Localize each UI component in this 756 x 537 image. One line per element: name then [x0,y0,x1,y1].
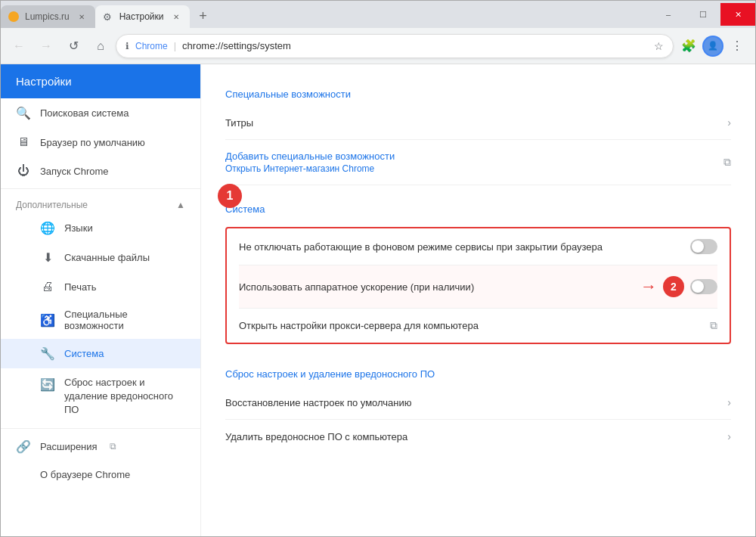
sidebar-item-print-label: Печать [64,281,97,293]
system-section-title: Система [225,197,731,221]
hardware-acceleration-toggle[interactable] [690,279,717,294]
restore-arrow-icon: › [727,396,731,408]
sidebar-item-accessibility-label: Специальные возможности [64,309,188,331]
sidebar-item-downloads-label: Скачанные файлы [64,252,150,263]
tab-lumpics[interactable]: Lumpics.ru ✕ [1,5,95,28]
tab-lumpics-close[interactable]: ✕ [76,11,88,23]
languages-icon: 🌐 [40,221,55,235]
sidebar-item-extensions[interactable]: 🔗 Расширения ⧉ [1,432,200,461]
profile-button[interactable]: 👤 [702,36,723,57]
settings-favicon: ⚙ [103,11,113,22]
close-button[interactable]: ✕ [720,3,755,26]
maximize-button[interactable]: ☐ [686,3,720,26]
background-services-label: Не отключать работающие в фоновом режиме… [239,241,690,253]
sidebar: Настройки 🔍 Поисковая система 🖥 Браузер … [1,64,201,536]
downloads-icon: ⬇ [40,250,55,265]
toggle-knob-2 [692,281,704,293]
tab-settings-close[interactable]: ✕ [170,11,182,23]
system-section-box: Не отключать работающие в фоновом режиме… [225,227,731,344]
sidebar-item-accessibility[interactable]: ♿ Специальные возможности [1,301,200,339]
title-bar: Lumpics.ru ✕ ⚙ Настройки ✕ + – ☐ ✕ [1,1,755,28]
advanced-chevron-icon[interactable]: ▲ [176,200,185,210]
proxy-settings-row[interactable]: Открыть настройки прокси-сервера для ком… [239,309,717,343]
main-content: Специальные возможности Титры › Добавить… [201,64,755,536]
hardware-acceleration-label: Использовать аппаратное ускорение (при н… [239,281,640,293]
print-icon: 🖨 [40,280,55,293]
sidebar-item-default-browser[interactable]: 🖥 Браузер по умолчанию [1,128,200,157]
minimize-button[interactable]: – [651,3,686,26]
sidebar-item-languages-label: Языки [64,222,93,234]
badge-2: 2 [663,276,684,297]
sidebar-item-search[interactable]: 🔍 Поисковая система [1,98,200,128]
badge-1: 1 [218,184,242,208]
sidebar-item-startup[interactable]: ⏻ Запуск Chrome [1,157,200,185]
system-icon: 🔧 [40,346,55,361]
sidebar-item-default-browser-label: Браузер по умолчанию [40,137,145,148]
sidebar-item-search-label: Поисковая система [40,107,129,119]
sidebar-item-about-label: О браузере Chrome [40,469,130,480]
hardware-acceleration-row[interactable]: Использовать аппаратное ускорение (при н… [239,265,717,309]
default-browser-icon: 🖥 [16,135,31,149]
sidebar-item-system-label: Система [64,348,104,359]
extension-icon[interactable]: 🧩 [677,34,701,58]
restore-defaults-label: Восстановление настроек по умолчанию [225,397,727,408]
browser-window: Lumpics.ru ✕ ⚙ Настройки ✕ + – ☐ ✕ ← → ↺… [0,0,756,537]
sidebar-item-about[interactable]: О браузере Chrome [1,461,200,488]
sidebar-divider-1 [1,188,200,189]
remove-malware-label: Удалить вредоносное ПО с компьютера [225,431,727,442]
sidebar-item-print[interactable]: 🖨 Печать [1,272,200,301]
avatar: 👤 [704,37,722,55]
add-special-ext-icon: ⧉ [723,156,731,169]
toggle-knob-1 [692,241,704,253]
settings-content: Специальные возможности Титры › Добавить… [201,64,755,465]
search-system-icon: 🔍 [16,106,31,120]
sidebar-nav: 🔍 Поисковая система 🖥 Браузер по умолчан… [1,98,200,536]
captions-row[interactable]: Титры › [225,106,731,140]
new-tab-button[interactable]: + [193,5,214,26]
remove-malware-arrow-icon: › [727,430,731,442]
captions-label: Титры [225,117,727,129]
reset-icon: 🔄 [40,377,55,392]
forward-button[interactable]: → [34,34,58,58]
system-section-container: 1 Система Не отключать работающие в фоно… [225,197,731,344]
extensions-icon: 🔗 [16,439,31,454]
tab-settings-title: Настройки [119,11,164,22]
lock-icon: ℹ [125,41,129,51]
menu-button[interactable]: ⋮ [725,34,749,58]
tab-settings[interactable]: ⚙ Настройки ✕ [95,5,190,28]
window-controls: – ☐ ✕ [651,1,755,28]
proxy-settings-ext-icon: ⧉ [710,319,717,332]
arrow-indicator: → [640,277,657,296]
extensions-ext-icon: ⧉ [110,441,116,452]
back-button[interactable]: ← [7,34,31,58]
restore-defaults-row[interactable]: Восстановление настроек по умолчанию › [225,386,731,420]
tab-lumpics-title: Lumpics.ru [25,11,70,22]
home-button[interactable]: ⌂ [88,34,113,58]
background-services-toggle[interactable] [690,239,717,254]
open-shop-label: Открыть Интернет-магазин Chrome [225,163,723,174]
nav-bar: ← → ↺ ⌂ ℹ Chrome | chrome://settings/sys… [1,28,755,64]
sidebar-item-reset[interactable]: 🔄 Сброс настроек и удаление вредоносного… [1,368,200,425]
sidebar-item-system[interactable]: 🔧 Система [1,339,200,368]
address-bar[interactable]: ℹ Chrome | chrome://settings/system ☆ [116,34,674,58]
refresh-button[interactable]: ↺ [61,34,85,58]
url-text: chrome://settings/system [182,40,648,51]
url-separator: | [174,40,176,51]
bookmark-icon[interactable]: ☆ [654,40,664,52]
startup-icon: ⏻ [16,164,31,178]
sidebar-item-extensions-label: Расширения [40,441,98,452]
captions-arrow-icon: › [727,116,731,129]
sidebar-item-downloads[interactable]: ⬇ Скачанные файлы [1,243,200,272]
add-special-row[interactable]: Добавить специальные возможности Открыть… [225,140,731,185]
sidebar-item-reset-label: Сброс настроек и удаление вредоносного П… [64,376,188,417]
lumpics-favicon [8,11,19,22]
sidebar-divider-2 [1,428,200,429]
remove-malware-row[interactable]: Удалить вредоносное ПО с компьютера › [225,420,731,453]
background-services-row[interactable]: Не отключать работающие в фоновом режиме… [239,228,717,265]
sidebar-header: Настройки [1,64,200,98]
accessibility-icon: ♿ [40,313,55,327]
reset-section-title: Сброс настроек и удаление вредоносного П… [225,356,731,386]
special-section-title: Специальные возможности [225,76,731,106]
sidebar-item-languages[interactable]: 🌐 Языки [1,213,200,243]
add-special-text: Добавить специальные возможности Открыть… [225,151,723,174]
